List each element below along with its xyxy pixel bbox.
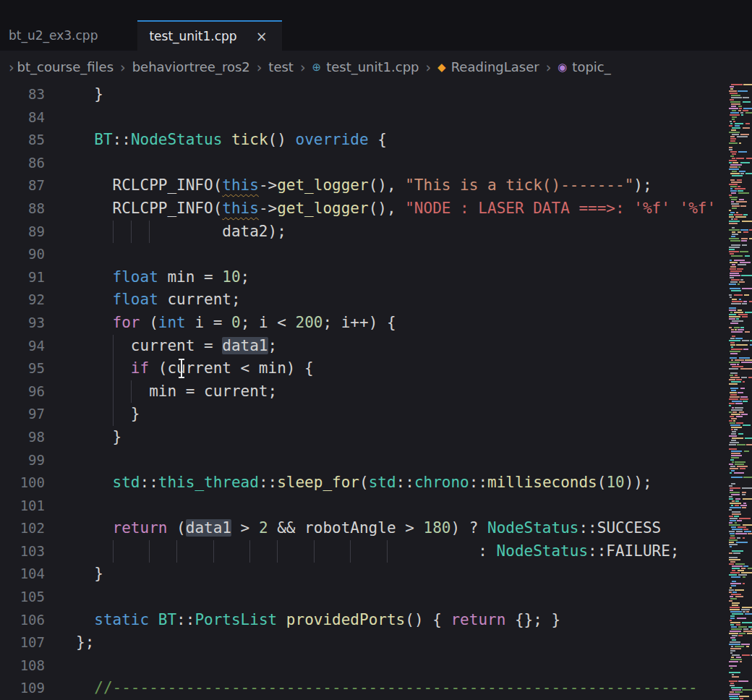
code-token: 180 (423, 519, 450, 537)
line-number[interactable]: 97 (0, 403, 76, 426)
breadcrumb-item-bt_course_files[interactable]: bt_course_files (17, 59, 114, 74)
line-content (76, 586, 729, 609)
code-line[interactable]: 90 (0, 243, 729, 266)
code-line[interactable]: 97 } (0, 403, 729, 426)
tab-close-icon[interactable]: × (256, 30, 268, 43)
breadcrumb-item-behaviortree_ros2[interactable]: behaviortree_ros2 (132, 59, 250, 74)
line-content: //--------------------------------------… (76, 677, 729, 700)
minimap-segment (729, 693, 740, 695)
line-number[interactable]: 96 (0, 380, 76, 404)
line-number[interactable]: 105 (0, 586, 76, 609)
line-number[interactable]: 100 (0, 471, 76, 495)
minimap-segment (735, 375, 738, 376)
breadcrumb-item-topic_[interactable]: ◉topic_ (557, 59, 611, 74)
code-token: }; (76, 633, 94, 651)
code-line[interactable]: 100 std::this_thread::sleep_for(std::chr… (0, 471, 729, 495)
breadcrumb-item-test_unit1-cpp[interactable]: ⊕test_unit1.cpp (312, 59, 419, 74)
code-line[interactable]: 88 RCLCPP_INFO(this->get_logger(), "NODE… (0, 197, 729, 221)
line-number[interactable]: 91 (0, 266, 76, 289)
minimap-segment (743, 214, 748, 215)
minimap-segment (743, 101, 751, 103)
code-line[interactable]: 89 data2); (0, 221, 729, 244)
minimap-segment (738, 90, 748, 92)
line-number[interactable]: 83 (0, 83, 76, 106)
line-number[interactable]: 94 (0, 335, 76, 358)
indent-guide (387, 540, 388, 563)
minimap[interactable] (729, 83, 752, 700)
minimap-segment (731, 453, 740, 454)
line-number[interactable]: 88 (0, 197, 76, 221)
minimap-segment (735, 329, 737, 330)
code-line[interactable]: 102 return (data1 > 2 && robotAngle > 18… (0, 517, 729, 540)
code-line[interactable]: 87 RCLCPP_INFO(this->get_logger(), "This… (0, 174, 729, 197)
code-line[interactable]: 96 min = current; (0, 380, 729, 404)
minimap-segment (734, 472, 744, 474)
line-number[interactable]: 85 (0, 129, 76, 152)
code-line[interactable]: 93 for (int i = 0; i < 200; i++) { (0, 312, 729, 335)
line-number[interactable]: 98 (0, 426, 76, 449)
line-number[interactable]: 99 (0, 449, 76, 472)
code-line[interactable]: 86 (0, 152, 729, 175)
code-line[interactable]: 103 : NodeStatus::FAILURE; (0, 540, 729, 563)
code-line[interactable]: 94 current = data1; (0, 335, 729, 358)
code-line[interactable]: 109 //----------------------------------… (0, 677, 729, 700)
tab-bt_u2_ex3-cpp[interactable]: bt_u2_ex3.cpp (0, 20, 137, 51)
line-number[interactable]: 102 (0, 517, 76, 540)
line-number[interactable]: 95 (0, 357, 76, 380)
minimap-segment (730, 466, 735, 467)
code-line[interactable]: 84 (0, 106, 729, 129)
line-number[interactable]: 87 (0, 174, 76, 197)
line-number[interactable]: 109 (0, 677, 76, 700)
line-content: return (data1 > 2 && robotAngle > 180) ?… (76, 517, 729, 540)
line-content: RCLCPP_INFO(this->get_logger(), "This is… (76, 174, 729, 197)
code-line[interactable]: 104 } (0, 563, 729, 586)
minimap-segment (730, 173, 740, 174)
tab-test_unit1-cpp[interactable]: test_unit1.cpp× (137, 20, 281, 51)
breadcrumb-item-readinglaser[interactable]: ◆ReadingLaser (437, 59, 539, 74)
breadcrumb-item-test[interactable]: test (268, 59, 294, 74)
minimap-segment (731, 494, 740, 495)
minimap-segment (730, 652, 732, 654)
minimap-segment (745, 438, 752, 439)
minimap-segment (740, 162, 750, 163)
line-number[interactable]: 84 (0, 106, 76, 129)
line-number[interactable]: 101 (0, 495, 76, 518)
code-line[interactable]: 101 (0, 495, 729, 518)
minimap-segment (730, 166, 738, 168)
code-line[interactable]: 106 static BT::PortsList providedPorts()… (0, 609, 729, 632)
minimap-segment (729, 327, 732, 328)
line-number[interactable]: 103 (0, 540, 76, 563)
line-content: : NodeStatus::FAILURE; (76, 540, 729, 563)
code-line[interactable]: 92 float current; (0, 289, 729, 312)
minimap-segment (748, 626, 752, 628)
line-number[interactable]: 90 (0, 243, 76, 266)
code-line[interactable]: 108 (0, 654, 729, 678)
code-line[interactable]: 98 } (0, 426, 729, 449)
minimap-segment (741, 238, 748, 239)
line-number[interactable]: 92 (0, 289, 76, 312)
line-number[interactable]: 93 (0, 312, 76, 335)
minimap-segment (730, 535, 735, 537)
code-area[interactable]: 83 }8485 BT::NodeStatus tick() override … (0, 83, 729, 700)
line-number[interactable]: 107 (0, 631, 76, 654)
minimap-segment (730, 93, 738, 94)
line-number[interactable]: 108 (0, 654, 76, 678)
code-line[interactable]: 91 float min = 10; (0, 266, 729, 289)
line-number[interactable]: 86 (0, 152, 76, 175)
line-number[interactable]: 89 (0, 221, 76, 244)
code-token: : (76, 542, 497, 560)
code-line[interactable]: 99 (0, 449, 729, 472)
line-number[interactable]: 104 (0, 563, 76, 586)
code-line[interactable]: 105 (0, 586, 729, 609)
minimap-segment (730, 546, 732, 547)
code-token: float (113, 291, 158, 308)
minimap-segment (744, 451, 749, 452)
minimap-segment (735, 403, 743, 404)
code-token: ; (241, 268, 250, 286)
line-number[interactable]: 106 (0, 609, 76, 632)
code-line[interactable]: 107}; (0, 631, 729, 654)
code-line[interactable]: 85 BT::NodeStatus tick() override { (0, 129, 729, 152)
code-line[interactable]: 95 if (current < min) { (0, 357, 729, 380)
code-line[interactable]: 83 } (0, 83, 729, 106)
minimap-segment (739, 199, 744, 200)
